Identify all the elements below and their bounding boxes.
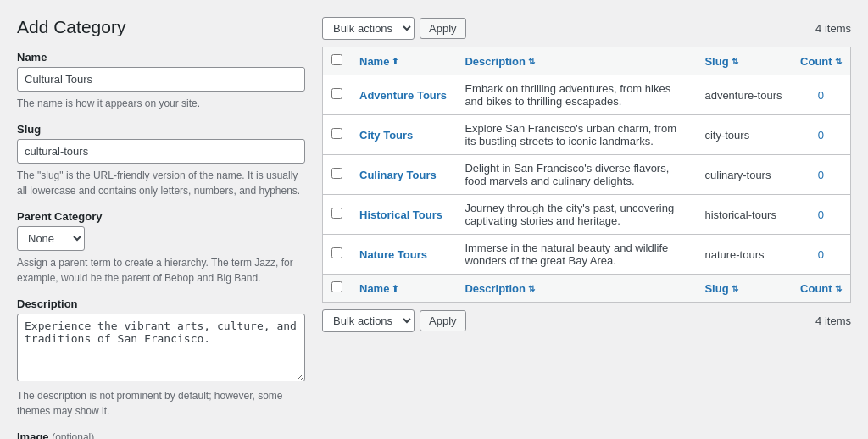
- footer-description-link[interactable]: Description ⇅: [465, 282, 535, 295]
- footer-count-sort-icon: ⇅: [835, 284, 842, 293]
- parent-group: Parent Category None Assign a parent ter…: [17, 210, 305, 286]
- header-name-link[interactable]: Name ⬆: [359, 55, 398, 68]
- footer-checkbox-col: [323, 275, 352, 303]
- table-row: Culinary Tours Delight in San Francisco'…: [323, 155, 851, 195]
- slug-label: Slug: [17, 123, 305, 136]
- categories-table: Name ⬆ Description ⇅ Slug ⇅: [322, 47, 851, 303]
- row-checkbox-2[interactable]: [331, 168, 342, 179]
- bulk-actions-select-top[interactable]: Bulk actions: [322, 17, 415, 40]
- row-checkbox-cell: [323, 115, 352, 155]
- table-header-row: Name ⬆ Description ⇅ Slug ⇅: [323, 47, 851, 75]
- table-body: Adventure Tours Embark on thrilling adve…: [323, 75, 851, 275]
- header-description-link[interactable]: Description ⇅: [465, 55, 535, 68]
- table-row: City Tours Explore San Francisco's urban…: [323, 115, 851, 155]
- description-label: Description: [17, 297, 305, 310]
- row-checkbox-3[interactable]: [331, 208, 342, 219]
- name-label: Name: [17, 51, 305, 64]
- row-description-cell: Journey through the city's past, uncover…: [456, 195, 696, 235]
- table-row: Nature Tours Immerse in the natural beau…: [323, 235, 851, 275]
- row-slug-cell: city-tours: [696, 115, 791, 155]
- select-all-checkbox[interactable]: [331, 54, 342, 65]
- header-slug-link[interactable]: Slug ⇅: [704, 55, 737, 68]
- row-name-link-3[interactable]: Historical Tours: [359, 208, 442, 221]
- footer-name-sort-icon: ⬆: [392, 284, 398, 293]
- row-checkbox-cell: [323, 75, 352, 115]
- footer-count-col: Count ⇅: [792, 275, 851, 303]
- toolbar-left-bottom: Bulk actions Apply: [322, 309, 466, 332]
- row-name-cell: Historical Tours: [351, 195, 456, 235]
- row-checkbox-1[interactable]: [331, 128, 342, 139]
- footer-slug-link[interactable]: Slug ⇅: [704, 282, 737, 295]
- row-name-cell: Nature Tours: [351, 235, 456, 275]
- panel-title: Add Category: [17, 17, 305, 37]
- footer-name-col: Name ⬆: [351, 275, 456, 303]
- header-count-link[interactable]: Count ⇅: [800, 55, 842, 68]
- row-slug-cell: historical-tours: [696, 195, 791, 235]
- description-hint: The description is not prominent by defa…: [17, 388, 305, 419]
- items-count-top: 4 items: [815, 22, 851, 35]
- desc-sort-icon: ⇅: [528, 57, 535, 66]
- slug-input[interactable]: [17, 139, 305, 164]
- slug-sort-icon: ⇅: [732, 57, 738, 66]
- row-count-cell: 0: [792, 115, 851, 155]
- row-description-cell: Delight in San Francisco's diverse flavo…: [456, 155, 696, 195]
- table-row: Historical Tours Journey through the cit…: [323, 195, 851, 235]
- description-group: Description The description is not promi…: [17, 297, 305, 419]
- footer-slug-sort-icon: ⇅: [732, 284, 738, 293]
- name-sort-icon: ⬆: [392, 57, 398, 66]
- row-name-link-0[interactable]: Adventure Tours: [359, 89, 447, 102]
- parent-hint: Assign a parent term to create a hierarc…: [17, 255, 305, 286]
- slug-group: Slug The "slug" is the URL-friendly vers…: [17, 123, 305, 198]
- footer-desc-sort-icon: ⇅: [528, 284, 535, 293]
- footer-description-col: Description ⇅: [456, 275, 696, 303]
- count-sort-icon: ⇅: [835, 57, 842, 66]
- header-checkbox-col: [323, 47, 352, 75]
- row-checkbox-0[interactable]: [331, 88, 342, 99]
- row-count-cell: 0: [792, 75, 851, 115]
- row-checkbox-cell: [323, 235, 352, 275]
- row-name-cell: Adventure Tours: [351, 75, 456, 115]
- image-optional-label: (optional): [52, 431, 94, 439]
- row-slug-cell: culinary-tours: [696, 155, 791, 195]
- items-count-bottom: 4 items: [815, 314, 851, 327]
- row-slug-cell: adventure-tours: [696, 75, 791, 115]
- row-description-cell: Immerse in the natural beauty and wildli…: [456, 235, 696, 275]
- header-description-col: Description ⇅: [456, 47, 696, 75]
- toolbar-left: Bulk actions Apply: [322, 17, 466, 40]
- row-checkbox-cell: [323, 155, 352, 195]
- row-name-cell: Culinary Tours: [351, 155, 456, 195]
- row-count-cell: 0: [792, 235, 851, 275]
- header-count-col: Count ⇅: [792, 47, 851, 75]
- name-input[interactable]: [17, 67, 305, 92]
- table-row: Adventure Tours Embark on thrilling adve…: [323, 75, 851, 115]
- name-group: Name The name is how it appears on your …: [17, 51, 305, 111]
- row-name-link-1[interactable]: City Tours: [359, 129, 413, 142]
- row-description-cell: Embark on thrilling adventures, from hik…: [456, 75, 696, 115]
- categories-table-panel: Bulk actions Apply 4 items Name ⬆: [322, 17, 851, 439]
- description-textarea[interactable]: [17, 314, 305, 381]
- top-toolbar: Bulk actions Apply 4 items: [322, 17, 851, 40]
- row-name-cell: City Tours: [351, 115, 456, 155]
- parent-select[interactable]: None: [17, 226, 85, 251]
- footer-name-link[interactable]: Name ⬆: [359, 282, 398, 295]
- row-checkbox-4[interactable]: [331, 247, 342, 258]
- add-category-panel: Add Category Name The name is how it app…: [17, 17, 305, 439]
- row-name-link-2[interactable]: Culinary Tours: [359, 169, 437, 181]
- slug-hint: The "slug" is the URL-friendly version o…: [17, 168, 305, 198]
- parent-label: Parent Category: [17, 210, 305, 223]
- apply-button-top[interactable]: Apply: [420, 18, 466, 39]
- bulk-actions-select-bottom[interactable]: Bulk actions: [322, 309, 415, 332]
- table-footer-row: Name ⬆ Description ⇅ Slug ⇅: [323, 275, 851, 303]
- name-hint: The name is how it appears on your site.: [17, 96, 305, 111]
- footer-count-link[interactable]: Count ⇅: [800, 282, 842, 295]
- row-name-link-4[interactable]: Nature Tours: [359, 248, 427, 261]
- image-label: Image (optional): [17, 431, 305, 439]
- select-all-checkbox-bottom[interactable]: [331, 281, 342, 292]
- row-checkbox-cell: [323, 195, 352, 235]
- row-count-cell: 0: [792, 155, 851, 195]
- row-slug-cell: nature-tours: [696, 235, 791, 275]
- row-count-cell: 0: [792, 195, 851, 235]
- apply-button-bottom[interactable]: Apply: [420, 310, 466, 331]
- row-description-cell: Explore San Francisco's urban charm, fro…: [456, 115, 696, 155]
- bottom-toolbar: Bulk actions Apply 4 items: [322, 309, 851, 332]
